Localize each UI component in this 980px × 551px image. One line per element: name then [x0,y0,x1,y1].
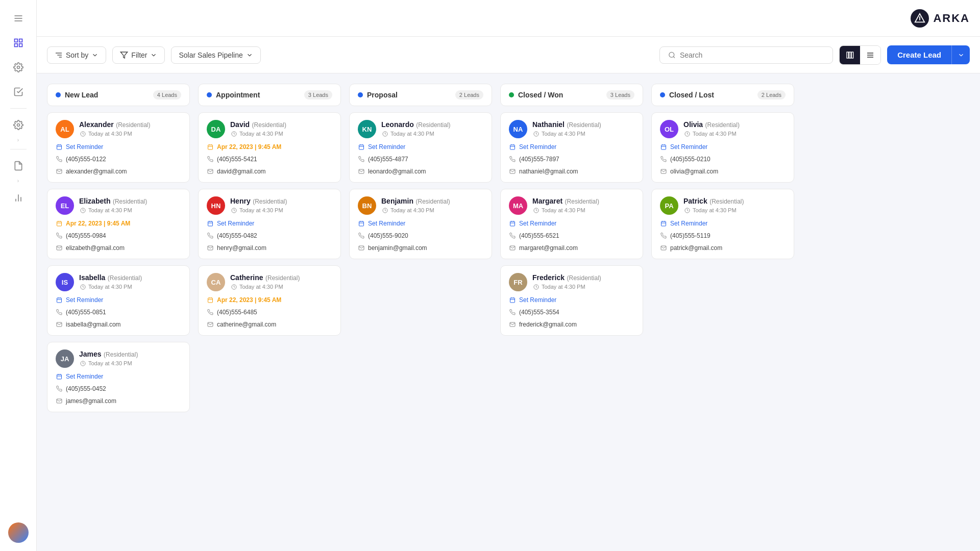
reminder-link-leonardo[interactable]: Set Reminder [368,143,405,151]
column-closed-won: Closed / Won 3 Leads NA Nathaniel (Resid… [500,84,643,541]
card-name-text-alexander: Alexander [79,120,114,129]
card-type-catherine: (Residential) [265,274,300,282]
card-name-text-leonardo: Leonardo [381,120,414,129]
column-title-closed-won: Closed / Won [509,91,563,99]
avatar-isabella: IS [56,273,74,291]
sidebar-item-config[interactable] [8,115,29,135]
card-olivia[interactable]: OL Olivia (Residential) Today at 4:30 PM [651,112,794,183]
filter-button[interactable]: Filter [112,46,165,64]
reminder-link-frederick[interactable]: Set Reminder [519,296,556,304]
reminder-link-patrick[interactable]: Set Reminder [670,220,707,227]
card-alexander[interactable]: AL Alexander (Residential) Today at 4:30… [47,112,190,183]
sidebar-item-reports[interactable] [8,188,29,208]
reminder-link-margaret[interactable]: Set Reminder [519,220,556,227]
clock-icon [532,207,540,214]
sidebar-item-dashboard[interactable] [8,33,29,53]
calendar-icon [358,143,365,151]
reminder-link-nathaniel[interactable]: Set Reminder [519,143,556,151]
column-dot-appointment [207,92,212,97]
card-david[interactable]: DA David (Residential) Today at 4:30 PM [198,112,341,183]
sort-icon [55,51,63,59]
card-name-benjamin: Benjamin (Residential) [381,196,450,206]
calendar-icon [207,220,214,227]
reminder-link-benjamin[interactable]: Set Reminder [368,220,405,227]
card-reminder-benjamin: Set Reminder [358,220,483,227]
email-icon [207,168,214,175]
sidebar-divider-2 [10,149,27,149]
card-reminder-david: Apr 22, 2023 | 9:45 AM [207,143,332,151]
sidebar-item-menu[interactable] [8,8,29,29]
card-reminder-frederick: Set Reminder [509,296,634,304]
email-icon [56,244,63,252]
card-time-henry: Today at 4:30 PM [230,207,287,214]
card-frederick[interactable]: FR Frederick (Residential) Today at 4:30… [500,265,643,336]
search-box[interactable] [659,46,833,64]
column-proposal: Proposal 2 Leads KN Leonardo (Residentia… [349,84,492,541]
card-info-leonardo: Leonardo (Residential) Today at 4:30 PM [381,120,451,137]
reminder-link-olivia[interactable]: Set Reminder [670,143,707,151]
sidebar-item-docs[interactable] [8,156,29,176]
card-henry[interactable]: HN Henry (Residential) Today at 4:30 PM [198,189,341,259]
card-phone-frederick: (405)555-3554 [509,309,634,316]
card-nathaniel[interactable]: NA Nathaniel (Residential) Today at 4:30… [500,112,643,183]
card-catherine[interactable]: CA Catherine (Residential) Today at 4:30… [198,265,341,336]
list-view-button[interactable] [860,46,880,64]
card-name-elizabeth: Elizabeth (Residential) [79,196,147,206]
pipeline-selector[interactable]: Solar Sales Pipeline [171,46,260,64]
card-patrick[interactable]: PA Patrick (Residential) Today at 4:30 P… [651,189,794,259]
reminder-date-catherine[interactable]: Apr 22, 2023 | 9:45 AM [217,296,281,304]
card-name-james: James (Residential) [79,349,138,359]
clock-icon [230,130,237,137]
calendar-icon [509,220,516,227]
card-header-alexander: AL Alexander (Residential) Today at 4:30… [56,120,181,138]
create-lead-button[interactable]: Create Lead [887,45,951,64]
card-header-isabella: IS Isabella (Residential) Today at 4:30 … [56,273,181,291]
card-header-patrick: PA Patrick (Residential) Today at 4:30 P… [660,196,786,215]
card-margaret[interactable]: MA Margaret (Residential) Today at 4:30 … [500,189,643,259]
card-name-text-margaret: Margaret [532,197,562,205]
avatar-margaret: MA [509,196,527,215]
email-icon [660,168,667,175]
reminder-link-isabella[interactable]: Set Reminder [66,296,103,304]
svg-rect-4 [19,39,22,42]
reminder-date-david[interactable]: Apr 22, 2023 | 9:45 AM [217,143,281,151]
user-avatar[interactable] [8,522,29,543]
kanban-view-button[interactable] [840,46,860,64]
avatar-alexander: AL [56,120,74,138]
avatar-benjamin: BN [358,196,376,215]
card-name-text-catherine: Catherine [230,273,263,282]
card-header-olivia: OL Olivia (Residential) Today at 4:30 PM [660,120,786,138]
card-benjamin[interactable]: BN Benjamin (Residential) Today at 4:30 … [349,189,492,259]
search-input[interactable] [680,51,824,59]
card-phone-benjamin: (405)555-9020 [358,232,483,239]
card-name-nathaniel: Nathaniel (Residential) [532,120,601,129]
sidebar-item-tasks[interactable] [8,82,29,102]
reminder-date-elizabeth[interactable]: Apr 22, 2023 | 9:45 AM [66,220,130,227]
card-isabella[interactable]: IS Isabella (Residential) Today at 4:30 … [47,265,190,336]
clock-icon [381,207,388,214]
kanban-icon [846,51,854,59]
column-title-closed-lost: Closed / Lost [660,91,714,99]
card-leonardo[interactable]: KN Leonardo (Residential) Today at 4:30 … [349,112,492,183]
reminder-link-henry[interactable]: Set Reminder [217,220,254,227]
clock-icon [79,130,86,137]
card-email-henry: henry@gmail.com [207,244,332,252]
reminder-link-james[interactable]: Set Reminder [66,373,103,380]
reminder-link-alexander[interactable]: Set Reminder [66,143,103,151]
card-info-alexander: Alexander (Residential) Today at 4:30 PM [79,120,151,137]
clock-icon [230,207,237,214]
create-lead-chevron-button[interactable] [951,45,970,64]
column-dot-closed-lost [660,92,665,97]
svg-rect-72 [510,145,515,149]
card-type-frederick: (Residential) [567,274,601,282]
sort-by-label: Sort by [66,51,88,59]
sort-by-button[interactable]: Sort by [47,46,106,64]
card-name-catherine: Catherine (Residential) [230,273,300,282]
clock-icon [79,207,86,214]
card-reminder-catherine: Apr 22, 2023 | 9:45 AM [207,296,332,304]
card-elizabeth[interactable]: EL Elizabeth (Residential) Today at 4:30… [47,189,190,259]
card-info-elizabeth: Elizabeth (Residential) Today at 4:30 PM [79,196,147,214]
card-james[interactable]: JA James (Residential) Today at 4:30 PM [47,342,190,412]
card-type-henry: (Residential) [253,198,287,205]
sidebar-item-settings[interactable] [8,57,29,78]
